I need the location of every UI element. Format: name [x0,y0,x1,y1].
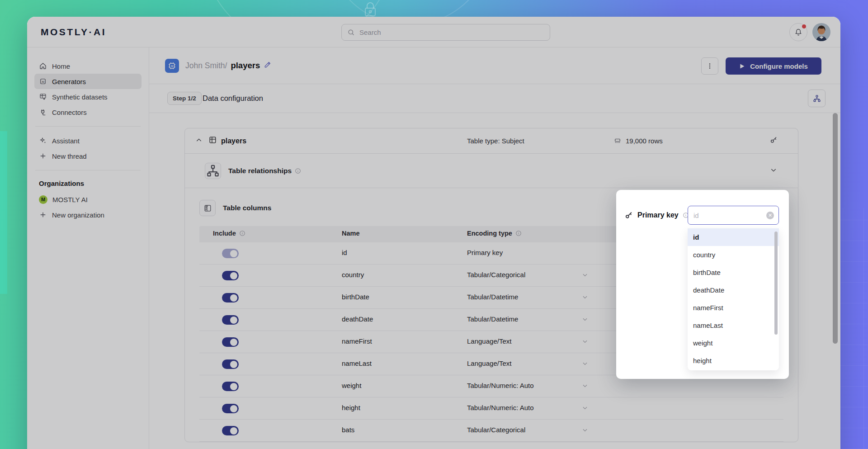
primary-key-dropdown: idcountrybirthDatedeathDatenameFirstname… [688,228,779,370]
primary-key-label-wrap: Primary key [624,211,689,220]
primary-key-input-wrap: ✕ [688,206,779,225]
dropdown-option[interactable]: country [688,246,779,264]
dropdown-option[interactable]: height [688,352,779,369]
dropdown-option[interactable]: id [688,228,779,246]
dropdown-option[interactable]: weight [688,334,779,352]
primary-key-input[interactable] [693,212,766,219]
primary-key-label: Primary key [637,211,679,219]
dropdown-option[interactable]: birthDate [688,264,779,281]
lock-icon [365,3,375,16]
clear-input-icon[interactable]: ✕ [766,212,774,219]
dropdown-scrollbar-thumb[interactable] [774,232,778,335]
dropdown-options: idcountrybirthDatedeathDatenameFirstname… [688,228,779,369]
background-accent-strip [0,131,7,294]
dropdown-option[interactable]: deathDate [688,281,779,299]
dropdown-option[interactable]: nameFirst [688,299,779,317]
primary-key-popover: Primary key ✕ idcountrybirthDatedeathDat… [616,190,789,379]
dropdown-option[interactable]: nameLast [688,317,779,334]
key-icon [624,211,633,220]
